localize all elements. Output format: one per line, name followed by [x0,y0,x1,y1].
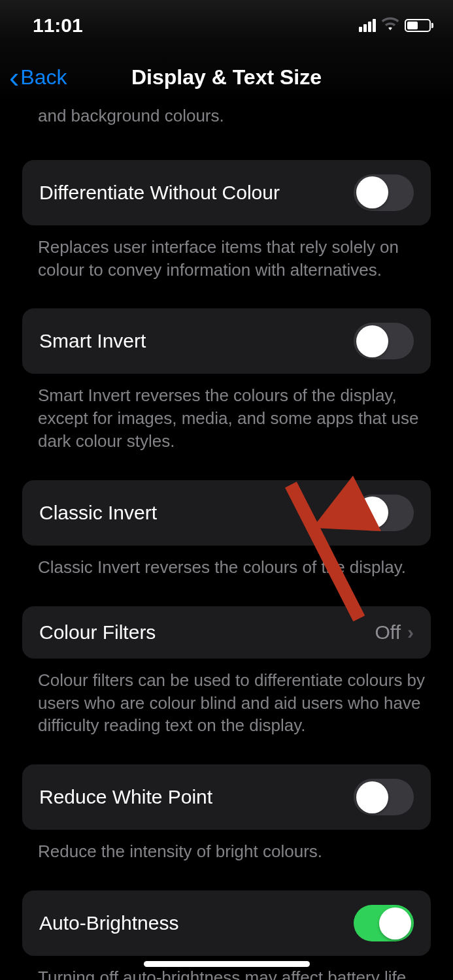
cellular-signal-icon [359,19,376,32]
settings-content: and background colours. Differentiate Wi… [0,105,453,980]
page-title: Display & Text Size [13,65,440,90]
battery-icon [405,19,433,32]
chevron-left-icon: ‹ [9,62,19,92]
auto-brightness-toggle[interactable] [354,905,414,941]
differentiate-without-colour-row[interactable]: Differentiate Without Colour [22,160,431,225]
status-time: 11:01 [33,14,83,37]
colour-filters-row[interactable]: Colour Filters Off › [22,606,431,659]
classic-invert-row[interactable]: Classic Invert [22,480,431,546]
footer-text: Smart Invert reverses the colours of the… [0,374,453,452]
home-indicator[interactable] [144,961,310,967]
row-label: Reduce White Point [39,786,212,808]
differentiate-without-colour-toggle[interactable] [354,174,414,211]
status-bar: 11:01 [0,0,453,39]
smart-invert-row[interactable]: Smart Invert [22,308,431,374]
row-value: Off [375,621,401,644]
reduce-white-point-toggle[interactable] [354,779,414,815]
reduce-white-point-row[interactable]: Reduce White Point [22,764,431,830]
back-label: Back [20,65,67,90]
footer-text: Reduce the intensity of bright colours. [0,830,453,863]
row-label: Smart Invert [39,330,146,352]
smart-invert-toggle[interactable] [354,323,414,359]
footer-text: Classic Invert reverses the colours of t… [0,546,453,579]
status-icons [359,17,433,34]
chevron-right-icon: › [407,621,414,644]
row-label: Colour Filters [39,621,156,644]
footer-text: Replaces user interface items that rely … [0,225,453,282]
row-label: Auto-Brightness [39,912,178,934]
auto-brightness-row[interactable]: Auto-Brightness [22,890,431,956]
partial-footer-text: and background colours. [0,105,453,133]
back-button[interactable]: ‹ Back [9,62,67,92]
row-label: Differentiate Without Colour [39,182,280,204]
wifi-icon [381,17,399,34]
row-label: Classic Invert [39,502,157,524]
navigation-bar: ‹ Back Display & Text Size [0,39,453,105]
classic-invert-toggle[interactable] [354,495,414,531]
footer-text: Turning off auto-brightness may affect b… [0,956,453,980]
footer-text: Colour filters can be used to differenti… [0,659,453,737]
